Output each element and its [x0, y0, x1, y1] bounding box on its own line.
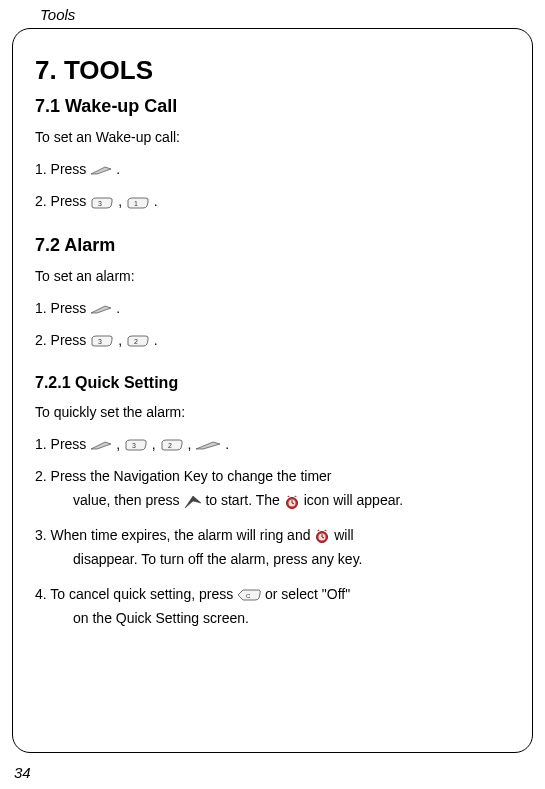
quick-step-1: 1. Press , 3 , 2 , .: [35, 433, 510, 455]
header-title: Tools: [40, 6, 75, 23]
nav-up-icon: [184, 495, 202, 509]
soft-key-icon: [90, 165, 112, 175]
heading-wakeup-call: 7.1 Wake-up Call: [35, 96, 510, 117]
key-3-icon: 3: [90, 335, 114, 347]
quick-step-4: 4. To cancel quick setting, press C or s…: [35, 583, 510, 632]
text: on the Quick Setting screen.: [73, 610, 249, 626]
quick-step-3: 3. When time expires, the alarm will rin…: [35, 524, 510, 573]
wakeup-step-2: 2. Press 3 , 1 .: [35, 190, 510, 212]
text: ,: [116, 436, 124, 452]
text: icon will appear.: [304, 492, 404, 508]
text-quick-intro: To quickly set the alarm:: [35, 402, 510, 423]
text: value, then press: [73, 492, 184, 508]
alarm-clock-icon: [314, 528, 330, 544]
text: 2. Press the Navigation Key to change th…: [35, 468, 332, 484]
text: 1. Press: [35, 300, 90, 316]
text-alarm-intro: To set an alarm:: [35, 266, 510, 287]
quick-step-2: 2. Press the Navigation Key to change th…: [35, 465, 510, 514]
clear-key-icon: C: [237, 589, 261, 601]
svg-text:2: 2: [134, 338, 138, 345]
text: .: [154, 332, 158, 348]
text: 2. Press: [35, 193, 90, 209]
key-3-icon: 3: [124, 439, 148, 451]
text: to start. The: [205, 492, 283, 508]
text: .: [116, 300, 120, 316]
text: 2. Press: [35, 332, 90, 348]
svg-text:C: C: [246, 593, 251, 599]
wakeup-step-1: 1. Press .: [35, 158, 510, 180]
soft-key-icon: [90, 304, 112, 314]
soft-key-icon: [90, 440, 112, 450]
alarm-clock-icon: [284, 494, 300, 510]
text: .: [116, 161, 120, 177]
text: or select "Off": [265, 586, 350, 602]
svg-text:2: 2: [168, 441, 172, 448]
text: 1. Press: [35, 161, 90, 177]
text: 1. Press: [35, 436, 90, 452]
content-frame: 7. TOOLS 7.1 Wake-up Call To set an Wake…: [12, 28, 533, 753]
text: ,: [152, 436, 160, 452]
text: .: [154, 193, 158, 209]
svg-text:3: 3: [98, 199, 102, 206]
heading-tools: 7. TOOLS: [35, 55, 510, 86]
page-number: 34: [14, 764, 31, 781]
text: ,: [187, 436, 195, 452]
text: .: [225, 436, 229, 452]
svg-text:3: 3: [98, 338, 102, 345]
svg-text:1: 1: [134, 199, 138, 206]
svg-text:3: 3: [132, 441, 136, 448]
key-1-icon: 1: [126, 197, 150, 209]
key-2-icon: 2: [160, 439, 184, 451]
text: ,: [118, 193, 126, 209]
key-2-icon: 2: [126, 335, 150, 347]
text: 4. To cancel quick setting, press: [35, 586, 237, 602]
text: disappear. To turn off the alarm, press …: [73, 551, 363, 567]
soft-key-long-icon: [195, 440, 221, 450]
heading-alarm: 7.2 Alarm: [35, 235, 510, 256]
text-wakeup-intro: To set an Wake-up call:: [35, 127, 510, 148]
alarm-step-1: 1. Press .: [35, 297, 510, 319]
text: ,: [118, 332, 126, 348]
text: 3. When time expires, the alarm will rin…: [35, 527, 314, 543]
alarm-step-2: 2. Press 3 , 2 .: [35, 329, 510, 351]
heading-quick-setting: 7.2.1 Quick Setting: [35, 374, 510, 392]
text: will: [334, 527, 353, 543]
key-3-icon: 3: [90, 197, 114, 209]
